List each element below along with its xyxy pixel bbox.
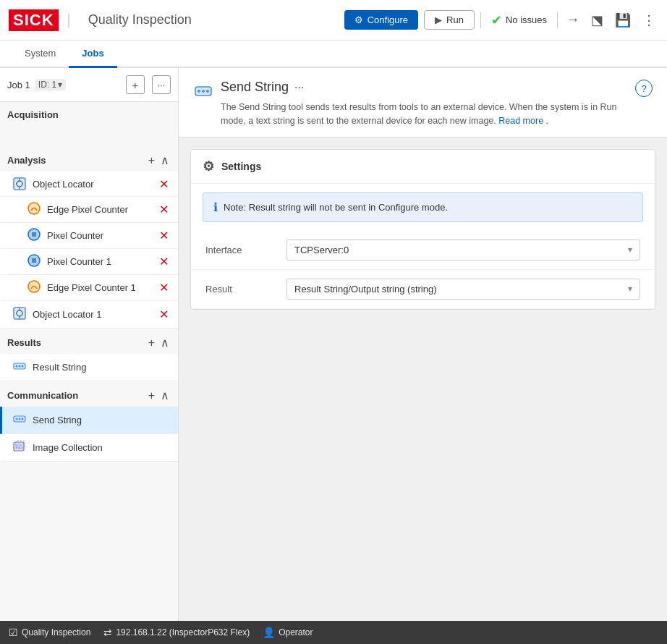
interface-chevron-icon: ▾	[628, 245, 632, 255]
remove-pixel-counter-button[interactable]: ✕	[156, 229, 171, 243]
analysis-label: Analysis	[7, 155, 46, 166]
statusbar-job: ☑ Quality Inspection	[9, 627, 90, 638]
statusbar-user-icon: 👤	[263, 627, 275, 638]
check-circle-icon: ✔	[491, 12, 502, 28]
main-content: Send String ··· The Send String tool sen…	[179, 68, 667, 621]
login-button[interactable]: →	[564, 9, 582, 30]
result-row: Result Result String/Output string (stri…	[191, 270, 655, 309]
analysis-collapse-button[interactable]: ∧	[159, 153, 171, 167]
edge-pixel-counter-1-icon	[27, 279, 41, 296]
pixel-counter-1-icon	[27, 253, 41, 270]
edge-pixel-counter-icon	[27, 201, 41, 218]
run-play-icon: ▶	[435, 14, 442, 25]
nav-tabs: System Jobs	[0, 41, 667, 68]
send-string-icon	[12, 412, 27, 428]
more-menu-button[interactable]: ⋮	[640, 9, 658, 31]
remove-object-locator-button[interactable]: ✕	[156, 177, 171, 191]
sidebar-item-object-locator[interactable]: Object Locator ✕	[0, 171, 178, 197]
edge-pixel-counter-label: Edge Pixel Counter	[47, 204, 150, 215]
save-button[interactable]: 💾	[612, 9, 634, 31]
acquisition-content	[0, 124, 178, 146]
results-actions: + ∧	[147, 336, 171, 349]
no-issues-badge: ✔ No issues	[480, 12, 558, 28]
svg-point-21	[22, 418, 24, 420]
object-locator-1-label: Object Locator 1	[33, 309, 150, 320]
communication-add-button[interactable]: +	[147, 389, 156, 402]
logo-text: SICK	[9, 9, 59, 31]
job-more-button[interactable]: ···	[152, 75, 171, 94]
object-locator-icon	[12, 177, 27, 191]
sidebar-subitem-edge-pixel-counter-1[interactable]: Edge Pixel Counter 1 ✕	[0, 275, 178, 301]
tab-system[interactable]: System	[12, 41, 69, 68]
svg-point-19	[16, 418, 18, 420]
remove-edge-pixel-counter-button[interactable]: ✕	[156, 203, 171, 217]
tool-description: The Send String tool sends text results …	[221, 101, 628, 128]
job-id[interactable]: ID: 1 ▾	[35, 79, 66, 90]
job-label: Job 1	[7, 80, 30, 90]
remove-object-locator-1-button[interactable]: ✕	[156, 308, 171, 322]
interface-label: Interface	[205, 245, 278, 255]
statusbar-check-icon: ☑	[9, 627, 18, 638]
configure-icon: ⚙	[354, 14, 363, 25]
communication-collapse-button[interactable]: ∧	[159, 389, 171, 402]
tab-jobs[interactable]: Jobs	[69, 41, 116, 68]
svg-point-15	[16, 365, 18, 368]
read-more-link[interactable]: Read more .	[498, 116, 548, 126]
help-button[interactable]: ?	[635, 80, 653, 97]
sidebar-subitem-pixel-counter[interactable]: Pixel Counter ✕	[0, 223, 178, 249]
sidebar-subitem-pixel-counter-1[interactable]: Pixel Counter 1 ✕	[0, 249, 178, 275]
info-icon: ℹ	[213, 200, 218, 214]
main-layout: Job 1 ID: 1 ▾ + ··· Acquisition Analysis…	[0, 68, 667, 621]
export-button[interactable]: ⬔	[588, 9, 606, 31]
sidebar-item-image-collection[interactable]: Image Collection	[0, 434, 178, 462]
image-collection-icon	[12, 439, 27, 456]
result-string-label: Result String	[33, 362, 171, 373]
results-add-button[interactable]: +	[147, 336, 156, 349]
result-dropdown[interactable]: Result String/Output string (string) ▾	[286, 279, 640, 300]
interface-dropdown[interactable]: TCPServer:0 ▾	[286, 240, 640, 260]
acquisition-label: Acquisition	[7, 109, 59, 120]
tool-title-area: Send String ··· The Send String tool sen…	[221, 80, 628, 128]
pixel-counter-1-label: Pixel Counter 1	[47, 256, 150, 267]
svg-point-17	[22, 365, 24, 368]
object-locator-label: Object Locator	[33, 179, 150, 190]
svg-point-16	[19, 365, 21, 368]
section-acquisition: Acquisition	[0, 102, 178, 124]
sidebar-item-send-string[interactable]: Send String	[0, 407, 178, 434]
results-label: Results	[7, 337, 41, 348]
sidebar-subitem-edge-pixel-counter[interactable]: Edge Pixel Counter ✕	[0, 197, 178, 223]
section-analysis: Analysis + ∧	[0, 146, 178, 171]
svg-point-27	[202, 90, 205, 93]
analysis-actions: + ∧	[147, 153, 171, 167]
sidebar-item-object-locator-1[interactable]: Object Locator 1 ✕	[0, 301, 178, 329]
tool-header: Send String ··· The Send String tool sen…	[179, 68, 667, 137]
interface-row: Interface TCPServer:0 ▾	[191, 231, 655, 270]
tool-header-icon	[193, 81, 213, 106]
topbar-actions: ⚙ Configure ▶ Run ✔ No issues → ⬔ 💾 ⋮	[344, 9, 658, 31]
statusbar-connection: ⇄ 192.168.1.22 (InspectorP632 Flex)	[103, 627, 250, 638]
topbar: SICK | Quality Inspection ⚙ Configure ▶ …	[0, 0, 667, 41]
remove-edge-pixel-counter-1-button[interactable]: ✕	[156, 281, 171, 295]
title-separator: |	[67, 12, 71, 28]
send-string-label: Send String	[33, 415, 171, 425]
section-results: Results + ∧	[0, 329, 178, 354]
remove-pixel-counter-1-button[interactable]: ✕	[156, 255, 171, 269]
note-box: ℹ Note: Result string will not be sent i…	[203, 192, 643, 222]
svg-rect-6	[32, 232, 36, 237]
run-button[interactable]: ▶ Run	[424, 10, 475, 30]
statusbar: ☑ Quality Inspection ⇄ 192.168.1.22 (Ins…	[0, 621, 667, 644]
pixel-counter-icon	[27, 227, 41, 244]
settings-header: ⚙ Settings	[191, 150, 655, 184]
tool-options-button[interactable]: ···	[294, 81, 304, 94]
sidebar-item-result-string[interactable]: Result String	[0, 354, 178, 381]
results-collapse-button[interactable]: ∧	[159, 336, 171, 349]
communication-actions: + ∧	[147, 389, 171, 402]
result-label: Result	[205, 284, 278, 295]
analysis-add-button[interactable]: +	[147, 153, 156, 167]
edge-pixel-counter-1-label: Edge Pixel Counter 1	[47, 282, 150, 293]
settings-gear-icon: ⚙	[203, 158, 214, 174]
configure-button[interactable]: ⚙ Configure	[344, 10, 418, 30]
add-job-button[interactable]: +	[126, 75, 145, 94]
image-collection-label: Image Collection	[33, 442, 171, 453]
sidebar: Job 1 ID: 1 ▾ + ··· Acquisition Analysis…	[0, 68, 179, 621]
